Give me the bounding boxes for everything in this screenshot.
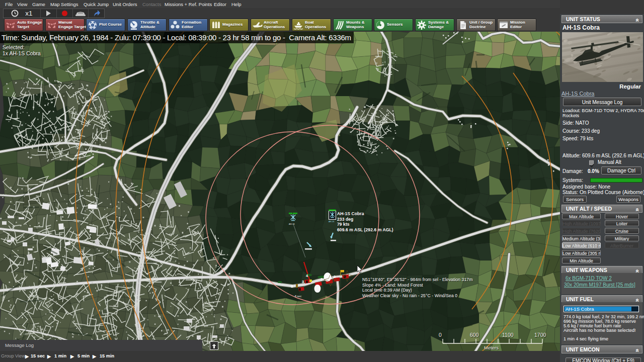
svg-text:0: 0 [439,332,442,338]
svg-text:N51°18'40", E9°36'52" - 984m f: N51°18'40", E9°36'52" - 984m from sel - … [362,277,473,282]
svg-text:2: 2 [334,275,336,279]
svg-text:8 sec: 8 sec [295,295,301,298]
svg-text:233 deg: 233 deg [337,217,353,222]
svg-text:2: 2 [320,277,323,282]
svg-text:600: 600 [470,332,479,338]
svg-text:Meters: Meters [484,345,499,350]
svg-text:79 kts: 79 kts [337,222,350,227]
svg-text:Local time 8:39 AM (Day): Local time 8:39 AM (Day) [362,288,412,293]
svg-text:AH-1S: AH-1S [329,221,335,223]
svg-text:AH-1S: AH-1S [289,223,295,225]
svg-text:Weather Clear sky - No rain -: Weather Clear sky - No rain - 25°C - Win… [362,293,457,298]
svg-text:AH-1S Cobra: AH-1S Cobra [337,211,364,216]
svg-text:Slope 4% - Land: Mixed Fores: Slope 4% - Land: Mixed Forest [362,283,423,288]
svg-text:609.6 m ASL (292.6 m AGL): 609.6 m ASL (292.6 m AGL) [337,227,393,232]
svg-text:1700: 1700 [534,332,546,338]
svg-text:1100: 1100 [502,332,514,338]
svg-text:3: 3 [291,284,293,289]
svg-text:3: 3 [302,280,304,284]
